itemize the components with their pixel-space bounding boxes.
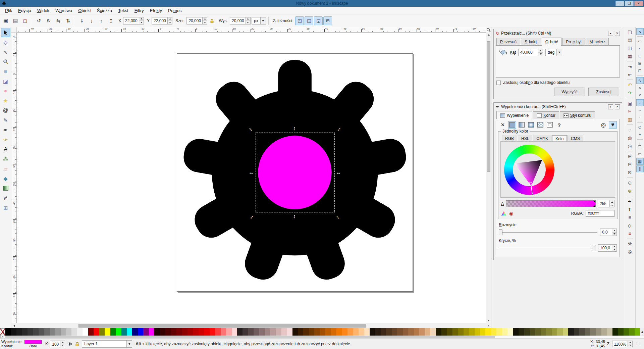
palette-swatch[interactable] [259, 328, 265, 336]
opacity-slider[interactable] [499, 245, 595, 251]
snap-rotation-centers-toggle[interactable]: + [636, 131, 644, 138]
panel-expand-icon[interactable]: ▸ [608, 31, 613, 36]
palette-swatch[interactable] [375, 328, 380, 336]
palette-swatch[interactable] [403, 328, 408, 336]
palette-swatch[interactable] [347, 328, 353, 336]
zoom-to-selection-icon[interactable]: ◌ [626, 126, 634, 134]
tool-pencil[interactable]: ✎ [1, 115, 10, 125]
tab-macierz[interactable]: Macierz [586, 38, 609, 45]
out-of-gamut-icon[interactable]: ◉ [508, 211, 514, 216]
palette-swatch[interactable] [596, 328, 601, 336]
opacity-input[interactable]: 100,0 [598, 244, 617, 252]
tool-dropper[interactable]: ✐ [1, 193, 10, 203]
tab-przesuń[interactable]: Przesuń [496, 38, 520, 45]
palette-swatch[interactable] [127, 328, 132, 336]
palette-swatch[interactable] [199, 328, 204, 336]
palette-swatch[interactable] [61, 328, 66, 336]
snap-smooth-nodes-toggle[interactable]: ⌢ [636, 107, 644, 113]
horizontal-scrollbar-thumb[interactable] [78, 324, 366, 328]
palette-swatch[interactable] [635, 328, 640, 336]
export-icon[interactable]: ⇤ [626, 71, 634, 78]
blur-slider-thumb[interactable] [499, 229, 502, 235]
palette-scrollbar-thumb[interactable] [5, 336, 495, 338]
palette-swatch[interactable] [408, 328, 414, 336]
vertical-ruler[interactable]: -50510152025303540455055606570 [11, 33, 17, 323]
palette-swatch[interactable] [193, 328, 198, 336]
raise-to-top-icon[interactable]: ↥ [107, 16, 115, 25]
palette-swatch[interactable] [226, 328, 231, 336]
palette-scroll-left-icon[interactable]: ◀ [640, 328, 644, 336]
menu-pomoc[interactable]: Pomoc [165, 7, 184, 14]
snap-bounding-box-toggle[interactable]: ▭ [636, 38, 644, 45]
tool-gradient[interactable] [1, 184, 10, 193]
unit-select[interactable]: px▼ [252, 17, 266, 24]
snap-bbox-edges-toggle[interactable]: ▫ [636, 45, 644, 52]
color-managed-icon[interactable] [501, 211, 506, 216]
palette-swatch[interactable] [502, 328, 507, 336]
palette-swatch[interactable] [110, 328, 116, 336]
palette-swatch[interactable] [441, 328, 447, 336]
palette-swatch[interactable] [303, 328, 309, 336]
palette-swatch[interactable] [77, 328, 83, 336]
palette-swatch[interactable] [342, 328, 347, 336]
tool-node-editor[interactable]: ◇ [1, 38, 10, 47]
palette-swatch[interactable] [16, 328, 22, 336]
tool-star[interactable]: ★ [1, 96, 10, 105]
palette-swatch[interactable] [132, 328, 138, 336]
palette-swatch[interactable] [309, 328, 314, 336]
palette-swatch[interactable] [237, 328, 243, 336]
palette-swatch[interactable] [436, 328, 441, 336]
alpha-slider[interactable] [506, 200, 596, 207]
palette-swatch[interactable] [33, 328, 38, 336]
horizontal-scrollbar[interactable] [11, 323, 491, 328]
layer-lock-icon[interactable] [74, 341, 80, 347]
palette-swatch[interactable] [88, 328, 94, 336]
scroll-up-icon[interactable] [486, 33, 491, 37]
snap-line-midpoints-toggle[interactable]: · [636, 114, 644, 121]
import-icon[interactable]: ⇥ [626, 63, 634, 70]
palette-swatch[interactable] [425, 328, 430, 336]
palette-swatch[interactable] [28, 328, 33, 336]
rotate-cw-icon[interactable]: ↻ [44, 16, 53, 25]
save-document-icon[interactable]: ◫ [626, 44, 634, 52]
menu-edycja[interactable]: Edycja [15, 7, 34, 14]
palette-swatch[interactable] [176, 328, 182, 336]
undo-icon[interactable]: ↶ [626, 81, 634, 89]
print-icon[interactable]: ▦ [626, 52, 634, 60]
snap-page-border-toggle[interactable]: ▭ [636, 151, 644, 157]
vertical-scrollbar[interactable] [486, 33, 491, 323]
menu-efekty[interactable]: Efekty [147, 7, 165, 14]
palette-swatch[interactable] [270, 328, 276, 336]
snap-paths-toggle[interactable]: ≈ [636, 85, 644, 91]
scale-handle-ne[interactable]: ↔ [335, 125, 342, 133]
palette-swatch[interactable] [5, 328, 11, 336]
menu-ścieżka[interactable]: Ścieżka [94, 7, 115, 14]
scroll-down-icon[interactable] [486, 318, 491, 323]
scroll-left-icon[interactable] [11, 323, 17, 328]
raise-icon[interactable]: ↑ [97, 16, 106, 25]
palette-swatch[interactable] [187, 328, 193, 336]
palette-swatch[interactable] [55, 328, 60, 336]
stroke-value[interactable]: Brak [24, 344, 42, 348]
tool-zoom[interactable] [1, 57, 10, 66]
preferences-icon[interactable]: ⚒ [626, 240, 634, 248]
palette-swatch[interactable] [563, 328, 568, 336]
canvas[interactable]: ↔ ↔ ↔ ↔ ↔ ↔ ↔ ↔ [17, 33, 486, 323]
palette-swatch[interactable] [370, 328, 375, 336]
color-mode-tab-hsl[interactable]: HSL [518, 135, 532, 142]
palette-swatch[interactable] [149, 328, 154, 336]
palette-swatch[interactable] [287, 328, 292, 336]
snap-path-intersections-toggle[interactable]: × [636, 92, 644, 99]
palette-swatch[interactable] [105, 328, 110, 336]
palette-swatch[interactable] [364, 328, 369, 336]
input-devices-icon[interactable]: ✇ [626, 248, 634, 256]
tab-pochyl[interactable]: Pochyl [562, 38, 585, 45]
palette-swatch[interactable] [66, 328, 71, 336]
flat-color-button[interactable] [508, 121, 516, 129]
palette-swatch[interactable] [590, 328, 596, 336]
flip-horizontal-icon[interactable]: ⇆ [54, 16, 63, 25]
palette-swatch[interactable] [601, 328, 607, 336]
palette-swatch[interactable] [298, 328, 303, 336]
palette-swatch[interactable] [557, 328, 562, 336]
palette-swatch[interactable] [292, 328, 298, 336]
